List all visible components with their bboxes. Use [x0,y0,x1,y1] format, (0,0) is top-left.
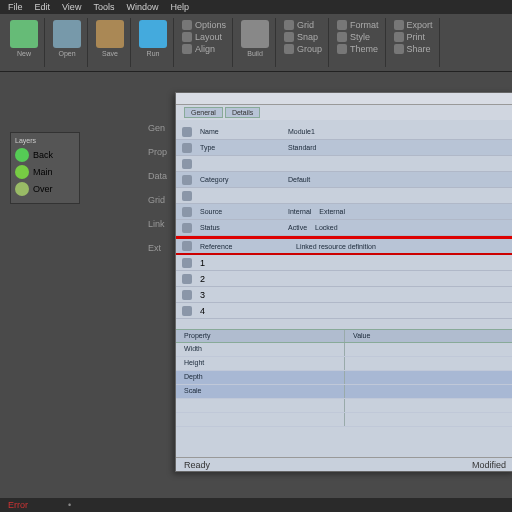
menu-help[interactable]: Help [170,2,189,12]
grid-col-value[interactable]: Value [345,330,512,342]
ribbon-item[interactable]: Export [394,20,433,30]
tab-details[interactable]: Details [225,107,260,118]
export-icon [394,20,404,30]
menu-window[interactable]: Window [126,2,158,12]
gutter-tab[interactable]: Ext [148,243,176,253]
grid-row-selected[interactable]: Scale [176,385,512,399]
form-row: CategoryDefault [176,172,512,188]
ribbon-group-save[interactable]: Save [90,18,131,67]
align-icon [182,44,192,54]
ribbon-small-group: Options Layout Align [176,18,233,67]
field-value[interactable]: Module1 [288,128,315,135]
ribbon-label: Run [147,50,160,57]
ribbon-item[interactable]: Options [182,20,226,30]
ribbon-label: Save [102,50,118,57]
doc-status-left: Ready [184,460,210,469]
field-value[interactable]: Default [288,176,310,183]
ribbon-label: New [17,50,31,57]
field-icon [182,143,192,153]
gutter-tab[interactable]: Grid [148,195,176,205]
field-icon [182,223,192,233]
ribbon-group-build[interactable]: Build [235,18,276,67]
share-icon [394,44,404,54]
field-value[interactable]: Standard [288,144,316,151]
style-icon [337,32,347,42]
row-icon [182,258,192,268]
doc-status-right: Modified [472,460,506,469]
grid-row[interactable]: Height [176,357,512,371]
status-indicator: • [68,500,71,510]
field-icon [182,207,192,217]
field-value[interactable]: Active [288,224,307,231]
ribbon-item[interactable]: Grid [284,20,322,30]
menu-tools[interactable]: Tools [93,2,114,12]
ribbon-small-group: Export Print Share [388,18,440,67]
form-row: NameModule1 [176,124,512,140]
form-row: 3 [176,287,512,303]
build-icon [241,20,269,48]
ribbon-item[interactable]: Print [394,32,433,42]
form-row: SourceInternalExternal [176,204,512,220]
ribbon-item[interactable]: Style [337,32,379,42]
property-grid: Property Value Width Height Depth Scale [176,329,512,427]
workspace: Layers Back Main Over Gen Prop Data Grid… [0,72,512,512]
doc-gutter: Gen Prop Data Grid Link Ext [148,93,176,471]
menu-view[interactable]: View [62,2,81,12]
form-row: TypeStandard [176,140,512,156]
gutter-tab[interactable]: Link [148,219,176,229]
layer-icon [15,148,29,162]
layer-item[interactable]: Back [15,148,75,162]
row-icon [182,306,192,316]
run-icon [139,20,167,48]
app-statusbar: Error • [0,498,512,512]
grid-row-selected[interactable]: Depth [176,371,512,385]
form-row [176,188,512,204]
ribbon-item[interactable]: Align [182,44,226,54]
open-icon [53,20,81,48]
ribbon-item[interactable]: Layout [182,32,226,42]
gutter-tab[interactable]: Data [148,171,176,181]
grid-row[interactable] [176,399,512,413]
snap-icon [284,32,294,42]
field-value[interactable]: Internal [288,208,311,215]
doc-titlebar[interactable] [176,93,512,105]
form-row: 2 [176,271,512,287]
field-icon [182,175,192,185]
row-icon [182,290,192,300]
ribbon-label: Open [58,50,75,57]
ribbon-item[interactable]: Group [284,44,322,54]
ribbon-item[interactable]: Snap [284,32,322,42]
grid-header: Property Value [176,329,512,343]
ribbon-group-run[interactable]: Run [133,18,174,67]
format-icon [337,20,347,30]
grid-col-property[interactable]: Property [176,330,345,342]
new-icon [10,20,38,48]
grid-icon [284,20,294,30]
ribbon: New Open Save Run Options Layout Align B… [0,14,512,72]
ribbon-item[interactable]: Share [394,44,433,54]
menu-edit[interactable]: Edit [35,2,51,12]
ribbon-label: Build [247,50,263,57]
ribbon-group-new[interactable]: New [4,18,45,67]
gutter-tab[interactable]: Gen [148,123,176,133]
ribbon-item[interactable]: Theme [337,44,379,54]
ribbon-item[interactable]: Format [337,20,379,30]
print-icon [394,32,404,42]
gutter-tab[interactable]: Prop [148,147,176,157]
ribbon-group-open[interactable]: Open [47,18,88,67]
grid-row[interactable]: Width [176,343,512,357]
theme-icon [337,44,347,54]
options-icon [182,20,192,30]
panel-title: Layers [15,137,75,144]
doc-statusbar: Ready Modified [176,457,512,471]
menu-file[interactable]: File [8,2,23,12]
grid-row[interactable] [176,413,512,427]
layer-item[interactable]: Main [15,165,75,179]
doc-tabs: General Details [176,105,512,120]
ribbon-small-group: Grid Snap Group [278,18,329,67]
tab-general[interactable]: General [184,107,223,118]
status-error[interactable]: Error [8,500,28,510]
layout-icon [182,32,192,42]
layers-panel: Layers Back Main Over [10,132,80,204]
layer-item[interactable]: Over [15,182,75,196]
